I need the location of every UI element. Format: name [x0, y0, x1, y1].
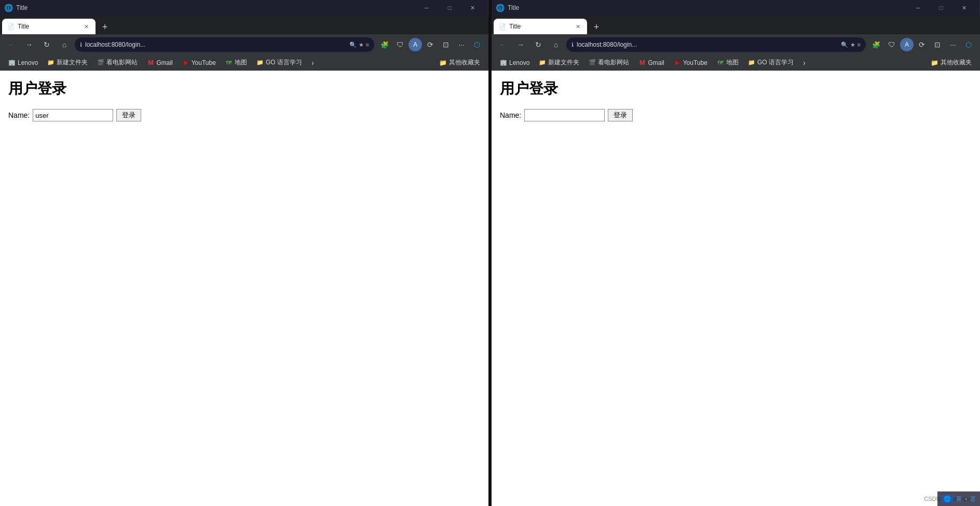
reader-icon-left[interactable]: ≡ [366, 42, 369, 48]
edge-btn-left[interactable]: ⬡ [470, 37, 484, 52]
sync-btn-left[interactable]: ⟳ [423, 37, 438, 52]
close-btn-left[interactable]: ✕ [461, 0, 484, 16]
gmail-icon-right: M [638, 59, 646, 66]
new-tab-btn-right[interactable]: + [589, 20, 604, 34]
bookmark-label-lenovo-left: Lenovo [18, 59, 38, 66]
other-bookmarks-label-right: 其他收藏夹 [941, 58, 972, 67]
submit-btn-right[interactable]: 登录 [608, 109, 633, 121]
bookmark-label-movie-right: 看电影网站 [598, 58, 629, 67]
lock-icon-right: ℹ [571, 42, 574, 48]
bookmark-movie-left[interactable]: 🎬 看电影网站 [93, 57, 142, 69]
bookmark-gmail-right[interactable]: M Gmail [634, 58, 668, 68]
reload-btn-left[interactable]: ↻ [39, 37, 54, 52]
forward-btn-right[interactable]: → [513, 37, 528, 52]
maximize-btn-left[interactable]: □ [438, 0, 461, 16]
bookmark-label-gmail-right: Gmail [648, 59, 664, 66]
bookmark-newfolder-right[interactable]: 📁 新建文件夹 [535, 57, 583, 69]
taskbar-ime-icon[interactable]: 🌐 [942, 495, 953, 503]
other-bookmarks-right[interactable]: 📁 其他收藏夹 [927, 57, 976, 69]
sidebar-btn-right[interactable]: ⊡ [930, 37, 945, 52]
bookmarks-more-right[interactable]: › [799, 57, 810, 69]
tabs-bar-right: 📄 Title ✕ + [492, 16, 980, 34]
bookmark-youtube-left[interactable]: ▶ YouTube [178, 58, 220, 68]
minimize-btn-right[interactable]: ─ [907, 0, 930, 16]
movie-icon-right: 🎬 [589, 59, 596, 66]
home-btn-right[interactable]: ⌂ [549, 37, 563, 52]
tab-close-right[interactable]: ✕ [574, 22, 582, 31]
shield-btn-left[interactable]: 🛡 [393, 37, 407, 52]
back-btn-left[interactable]: ← [4, 37, 19, 52]
bookmark-label-go-right: GO 语言学习 [757, 58, 794, 67]
profile-btn-right[interactable]: A [900, 38, 914, 51]
tab-close-left[interactable]: ✕ [82, 22, 90, 31]
lenovo-icon-right: 🏢 [500, 59, 507, 66]
go-icon-right: 📁 [748, 59, 755, 66]
name-input-right[interactable] [524, 109, 605, 121]
reader-icon-right[interactable]: ≡ [857, 42, 861, 48]
taskbar-settings[interactable]: 器 [970, 495, 976, 503]
extensions-btn-right[interactable]: 🧩 [869, 37, 883, 52]
tab-favicon-right: 📄 [499, 23, 506, 30]
active-tab-right[interactable]: 📄 Title ✕ [494, 19, 587, 34]
window-title-right: Title [508, 4, 519, 11]
active-tab-left[interactable]: 📄 Title ✕ [2, 19, 96, 34]
map-icon-left: 🗺 [225, 59, 233, 66]
movie-icon-left: 🎬 [97, 59, 104, 66]
newfolder-icon-left: 📁 [47, 59, 55, 66]
toolbar-left: ← → ↻ ⌂ ℹ localhost:8080/login... 🔍 ★ ≡ … [0, 34, 488, 55]
system-taskbar: 🌐 英 • 器 [937, 491, 980, 506]
search-icon-left[interactable]: 🔍 [349, 42, 357, 48]
bookmark-newfolder-left[interactable]: 📁 新建文件夹 [43, 57, 92, 69]
bookmark-map-right[interactable]: 🗺 地图 [713, 57, 743, 69]
bookmark-youtube-right[interactable]: ▶ YouTube [670, 58, 712, 68]
bookmarks-more-left[interactable]: › [307, 57, 318, 69]
bookmark-label-newfolder-left: 新建文件夹 [57, 58, 88, 67]
bookmark-label-gmail-left: Gmail [156, 59, 172, 66]
star-icon-left[interactable]: ★ [359, 42, 364, 48]
edge-btn-right[interactable]: ⬡ [961, 37, 976, 52]
profile-btn-left[interactable]: A [409, 38, 422, 51]
bookmark-gmail-left[interactable]: M Gmail [143, 58, 176, 68]
star-icon-right[interactable]: ★ [850, 42, 855, 48]
bookmark-lenovo-left[interactable]: 🏢 Lenovo [4, 58, 42, 68]
back-btn-right[interactable]: ← [496, 37, 510, 52]
bookmark-go-left[interactable]: 📁 GO 语言学习 [252, 57, 306, 69]
bookmark-label-youtube-right: YouTube [683, 59, 707, 66]
shield-btn-right[interactable]: 🛡 [884, 37, 899, 52]
extensions-btn-left[interactable]: 🧩 [377, 37, 392, 52]
bookmark-lenovo-right[interactable]: 🏢 Lenovo [496, 58, 534, 68]
more-btn-left[interactable]: ··· [454, 37, 469, 52]
new-tab-btn-left[interactable]: + [98, 20, 112, 34]
bookmark-go-right[interactable]: 📁 GO 语言学习 [744, 57, 798, 69]
login-form-right: Name: 登录 [500, 109, 972, 121]
address-text-left: localhost:8080/login... [85, 41, 346, 48]
bookmark-movie-right[interactable]: 🎬 看电影网站 [584, 57, 633, 69]
search-icon-right[interactable]: 🔍 [841, 42, 848, 48]
newfolder-icon-right: 📁 [539, 59, 546, 66]
bookmark-map-left[interactable]: 🗺 地图 [221, 57, 251, 69]
maximize-btn-right[interactable]: □ [930, 0, 952, 16]
bookmark-label-newfolder-right: 新建文件夹 [548, 58, 579, 67]
address-bar-right[interactable]: ℹ localhost:8080/login... 🔍 ★ ≡ [566, 37, 866, 52]
left-browser-window: 🌐 Title ─ □ ✕ 📄 Title ✕ + ← → [0, 0, 488, 506]
tab-favicon-left: 📄 [7, 23, 15, 30]
minimize-btn-left[interactable]: ─ [415, 0, 438, 16]
submit-btn-left[interactable]: 登录 [116, 109, 141, 121]
more-btn-right[interactable]: ··· [946, 37, 960, 52]
go-icon-left: 📁 [256, 59, 264, 66]
forward-btn-left[interactable]: → [22, 37, 36, 52]
map-icon-right: 🗺 [717, 59, 724, 66]
reload-btn-right[interactable]: ↻ [531, 37, 546, 52]
sidebar-btn-left[interactable]: ⊡ [439, 37, 453, 52]
taskbar-lang[interactable]: 英 [956, 495, 962, 503]
address-bar-left[interactable]: ℹ localhost:8080/login... 🔍 ★ ≡ [75, 37, 374, 52]
name-input-left[interactable] [33, 109, 113, 121]
taskbar-dot: • [965, 496, 967, 502]
home-btn-left[interactable]: ⌂ [57, 37, 72, 52]
other-folder-icon-left: 📁 [439, 59, 447, 66]
other-folder-icon-right: 📁 [931, 59, 938, 66]
sync-btn-right[interactable]: ⟳ [915, 37, 929, 52]
other-bookmarks-left[interactable]: 📁 其他收藏夹 [435, 57, 484, 69]
close-btn-right[interactable]: ✕ [952, 0, 975, 16]
login-form-left: Name: 登录 [8, 109, 480, 121]
